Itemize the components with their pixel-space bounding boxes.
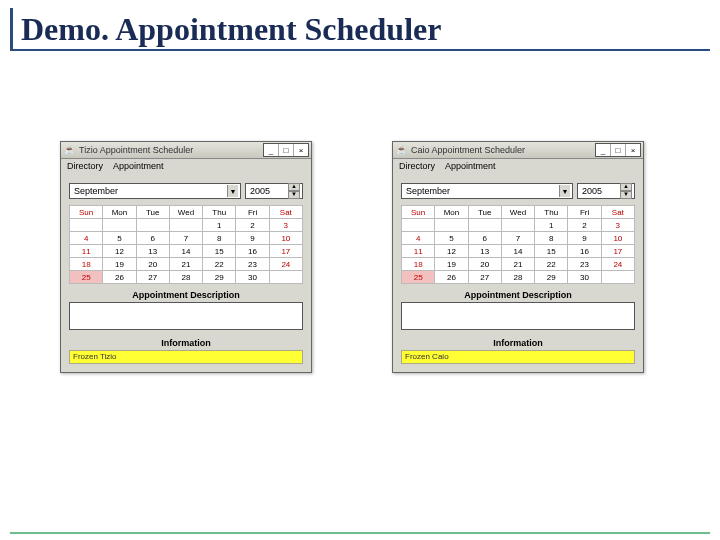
month-select[interactable]: September▼ <box>401 183 573 199</box>
calendar-cell[interactable]: 15 <box>535 245 568 258</box>
calendar-cell[interactable]: 27 <box>136 271 169 284</box>
year-spinner[interactable]: 2005▲▼ <box>245 183 303 199</box>
minimize-button[interactable]: _ <box>264 144 278 156</box>
year-spinner[interactable]: 2005▲▼ <box>577 183 635 199</box>
calendar-cell[interactable]: 10 <box>269 232 302 245</box>
spinner-up-button[interactable]: ▲ <box>288 183 300 191</box>
calendar-table: SunMonTueWedThuFriSat1234567891011121314… <box>401 205 635 284</box>
calendar-cell[interactable]: 23 <box>568 258 601 271</box>
calendar-cell[interactable]: 15 <box>203 245 236 258</box>
calendar-cell[interactable]: 9 <box>236 232 269 245</box>
calendar-cell[interactable]: 26 <box>435 271 468 284</box>
calendar-cell[interactable]: 13 <box>136 245 169 258</box>
calendar-cell <box>169 219 202 232</box>
spinner-down-button[interactable]: ▼ <box>620 191 632 199</box>
calendar-cell[interactable]: 1 <box>535 219 568 232</box>
window-body: September▼2005▲▼SunMonTueWedThuFriSat123… <box>393 173 643 372</box>
calendar-cell[interactable]: 26 <box>103 271 136 284</box>
maximize-button[interactable]: □ <box>278 144 293 156</box>
description-textarea[interactable] <box>69 302 303 330</box>
calendar-row: 123 <box>402 219 635 232</box>
calendar-cell[interactable]: 28 <box>169 271 202 284</box>
calendar-cell[interactable]: 29 <box>535 271 568 284</box>
calendar-row: 252627282930 <box>70 271 303 284</box>
calendar-cell[interactable]: 13 <box>468 245 501 258</box>
calendar-cell[interactable]: 16 <box>236 245 269 258</box>
calendar-cell[interactable]: 6 <box>136 232 169 245</box>
calendar-cell[interactable]: 17 <box>269 245 302 258</box>
menu-item-appointment[interactable]: Appointment <box>445 161 496 171</box>
slide-title-wrap: Demo. Appointment Scheduler <box>10 8 710 51</box>
calendar-cell[interactable]: 18 <box>70 258 103 271</box>
calendar-cell[interactable]: 7 <box>169 232 202 245</box>
calendar-cell[interactable]: 11 <box>402 245 435 258</box>
calendar-cell[interactable]: 7 <box>501 232 534 245</box>
calendar-cell[interactable]: 18 <box>402 258 435 271</box>
calendar-cell[interactable]: 8 <box>203 232 236 245</box>
calendar-cell[interactable]: 12 <box>103 245 136 258</box>
menu-item-directory[interactable]: Directory <box>67 161 103 171</box>
calendar-cell[interactable]: 4 <box>70 232 103 245</box>
calendar-cell[interactable]: 14 <box>169 245 202 258</box>
calendar-cell[interactable]: 27 <box>468 271 501 284</box>
calendar-cell[interactable]: 30 <box>236 271 269 284</box>
calendar-cell[interactable]: 19 <box>435 258 468 271</box>
calendar-row: 11121314151617 <box>402 245 635 258</box>
calendar-cell[interactable]: 20 <box>468 258 501 271</box>
calendar-day-header: Tue <box>468 206 501 219</box>
calendar-cell[interactable]: 28 <box>501 271 534 284</box>
calendar-cell[interactable]: 23 <box>236 258 269 271</box>
menu-item-directory[interactable]: Directory <box>399 161 435 171</box>
chevron-down-icon[interactable]: ▼ <box>227 185 238 197</box>
slide-footer-rule <box>10 532 710 534</box>
calendar-cell[interactable]: 29 <box>203 271 236 284</box>
calendar-cell[interactable]: 8 <box>535 232 568 245</box>
calendar-row: 11121314151617 <box>70 245 303 258</box>
calendar-cell[interactable]: 17 <box>601 245 634 258</box>
calendar-cell[interactable]: 5 <box>103 232 136 245</box>
spinner-up-button[interactable]: ▲ <box>620 183 632 191</box>
calendar-day-header: Sun <box>402 206 435 219</box>
calendar-cell[interactable]: 25 <box>402 271 435 284</box>
calendar-cell[interactable]: 21 <box>501 258 534 271</box>
window-titlebar[interactable]: ☕Tizio Appointment Scheduler_□× <box>61 142 311 159</box>
calendar-cell[interactable]: 2 <box>568 219 601 232</box>
calendar-cell[interactable]: 16 <box>568 245 601 258</box>
minimize-button[interactable]: _ <box>596 144 610 156</box>
calendar-cell[interactable]: 9 <box>568 232 601 245</box>
calendar-cell[interactable]: 24 <box>269 258 302 271</box>
calendar-cell[interactable]: 14 <box>501 245 534 258</box>
chevron-down-icon[interactable]: ▼ <box>559 185 570 197</box>
calendar-cell[interactable]: 19 <box>103 258 136 271</box>
calendar-day-header: Mon <box>435 206 468 219</box>
calendar-cell[interactable]: 6 <box>468 232 501 245</box>
calendar-cell[interactable]: 24 <box>601 258 634 271</box>
calendar-cell[interactable]: 21 <box>169 258 202 271</box>
calendar-cell[interactable]: 3 <box>269 219 302 232</box>
calendar-cell[interactable]: 5 <box>435 232 468 245</box>
calendar-cell[interactable]: 12 <box>435 245 468 258</box>
information-box: Frozen Tizio <box>69 350 303 364</box>
calendar-cell[interactable]: 25 <box>70 271 103 284</box>
calendar-cell[interactable]: 10 <box>601 232 634 245</box>
calendar-cell[interactable]: 1 <box>203 219 236 232</box>
calendar-cell[interactable]: 3 <box>601 219 634 232</box>
calendar-cell[interactable]: 2 <box>236 219 269 232</box>
calendar-cell[interactable]: 30 <box>568 271 601 284</box>
calendar-cell[interactable]: 11 <box>70 245 103 258</box>
calendar-cell[interactable]: 4 <box>402 232 435 245</box>
calendar-cell[interactable]: 20 <box>136 258 169 271</box>
close-button[interactable]: × <box>293 144 308 156</box>
description-textarea[interactable] <box>401 302 635 330</box>
calendar-row: 45678910 <box>70 232 303 245</box>
close-button[interactable]: × <box>625 144 640 156</box>
calendar-cell[interactable]: 22 <box>203 258 236 271</box>
menu-item-appointment[interactable]: Appointment <box>113 161 164 171</box>
java-icon: ☕ <box>395 144 407 156</box>
calendar-cell[interactable]: 22 <box>535 258 568 271</box>
month-select[interactable]: September▼ <box>69 183 241 199</box>
spinner-down-button[interactable]: ▼ <box>288 191 300 199</box>
window-titlebar[interactable]: ☕Caio Appointment Scheduler_□× <box>393 142 643 159</box>
maximize-button[interactable]: □ <box>610 144 625 156</box>
description-header: Appointment Description <box>69 284 303 302</box>
